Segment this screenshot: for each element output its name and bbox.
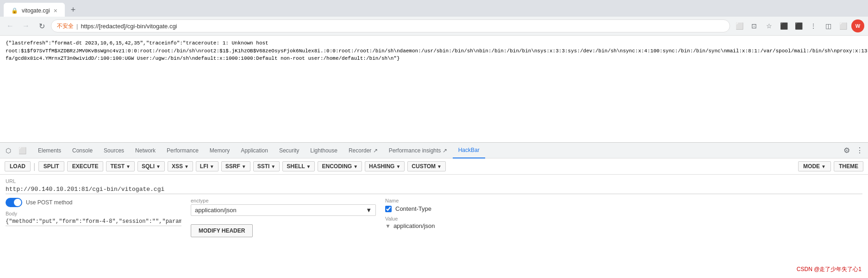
encoding-arrow-icon: ▼ <box>353 164 358 169</box>
header-name-label: Name <box>385 198 862 203</box>
ssti-dropdown[interactable]: SSTI ▼ <box>253 161 280 171</box>
lfi-arrow-icon: ▼ <box>210 164 214 169</box>
security-warning: 不安全 <box>57 22 74 30</box>
refresh-button[interactable]: ↻ <box>35 19 48 32</box>
ssrf-arrow-icon: ▼ <box>242 164 246 169</box>
url-label: URL <box>6 178 862 184</box>
xss-dropdown[interactable]: XSS ▼ <box>168 161 193 171</box>
left-column: Use POST method Body <box>6 198 181 226</box>
sqli-dropdown[interactable]: SQLI ▼ <box>137 161 165 171</box>
shell-arrow-icon: ▼ <box>306 164 311 169</box>
header-name-row: Content-Type <box>385 205 862 212</box>
header-value-dropdown-icon: ▼ <box>385 223 391 229</box>
address-url: https://[redacted]/cgi-bin/vitogate.cgi <box>81 23 724 30</box>
enctype-label: enctype <box>191 198 376 203</box>
body-label: Body <box>6 211 181 216</box>
mode-dropdown[interactable]: MODE ▼ <box>798 161 831 171</box>
address-bar[interactable]: 不安全 | https://[redacted]/cgi-bin/vitogat… <box>51 19 730 32</box>
tab-close-icon[interactable]: × <box>54 7 57 14</box>
test-dropdown[interactable]: TEST ▼ <box>106 161 135 171</box>
bookmark-button[interactable]: ☆ <box>762 19 775 32</box>
tab-recorder[interactable]: Recorder ↗ <box>343 143 383 158</box>
header-value-section: Value ▼ application/json <box>385 216 862 229</box>
devtools-tabs-bar: ⬡ ⬜ Elements Console Sources Network Per… <box>0 143 868 158</box>
custom-arrow-icon: ▼ <box>437 164 442 169</box>
tab-sources[interactable]: Sources <box>98 143 130 158</box>
lfi-dropdown[interactable]: LFI ▼ <box>196 161 219 171</box>
url-section: URL <box>6 178 862 194</box>
browser-chrome: 🔒 vitogate.cgi × + ← → ↻ 不安全 | https://[… <box>0 0 868 36</box>
encoding-dropdown[interactable]: ENCODING ▼ <box>318 161 362 171</box>
test-arrow-icon: ▼ <box>126 164 131 169</box>
mode-arrow-icon: ▼ <box>821 164 826 169</box>
tab-hackbar[interactable]: HackBar <box>453 143 485 158</box>
tab-lighthouse[interactable]: Lighthouse <box>305 143 343 158</box>
custom-dropdown[interactable]: CUSTOM ▼ <box>407 161 446 171</box>
back-button[interactable]: ← <box>4 19 17 32</box>
forward-button[interactable]: → <box>19 19 32 32</box>
middle-column: enctype application/json ▼ MODIFY HEADER <box>191 198 376 237</box>
devtools-panel: ⬡ ⬜ Elements Console Sources Network Per… <box>0 142 868 241</box>
tab-security[interactable]: Security <box>274 143 305 158</box>
new-tab-button[interactable]: + <box>67 3 80 16</box>
header-value-text: application/json <box>393 222 435 229</box>
page-content: {"lastrefresh":"format-dt 2023,10,6,15,4… <box>0 36 868 142</box>
tab-performance[interactable]: Performance <box>161 143 204 158</box>
post-method-toggle[interactable] <box>6 198 22 207</box>
modify-header-button[interactable]: MODIFY HEADER <box>191 224 253 237</box>
hashing-arrow-icon: ▼ <box>396 164 400 169</box>
sidebar-button[interactable]: ◫ <box>822 19 835 32</box>
devtools-icons: ⬡ ⬜ <box>2 144 29 157</box>
split-button[interactable]: SPLIT <box>38 161 64 171</box>
header-name-value: Content-Type <box>395 205 431 212</box>
sqli-arrow-icon: ▼ <box>156 164 161 169</box>
tab-elements[interactable]: Elements <box>32 143 67 158</box>
page-response-text: {"lastrefresh":"format-dt 2023,10,6,15,4… <box>6 40 868 61</box>
active-tab[interactable]: 🔒 vitogate.cgi × <box>4 3 65 17</box>
ssrf-dropdown[interactable]: SSRF ▼ <box>221 161 250 171</box>
body-input[interactable] <box>6 217 181 226</box>
tab-network[interactable]: Network <box>130 143 161 158</box>
devtools-settings-icon[interactable]: ⚙ <box>840 144 853 157</box>
enctype-arrow-icon: ▼ <box>366 207 372 214</box>
enctype-select[interactable]: application/json ▼ <box>191 204 376 216</box>
hashing-dropdown[interactable]: HASHING ▼ <box>365 161 405 171</box>
tab-bar: 🔒 vitogate.cgi × + <box>0 0 868 17</box>
menu-icon[interactable]: ⋮ <box>807 19 820 32</box>
execute-button[interactable]: EXECUTE <box>67 161 104 171</box>
body-section: Body <box>6 211 181 226</box>
extension-button[interactable]: ⬛ <box>777 19 790 32</box>
header-value-label: Value <box>385 216 862 221</box>
ssti-arrow-icon: ▼ <box>271 164 275 169</box>
screenshot-button[interactable]: ⬜ <box>733 19 746 32</box>
extension2-button[interactable]: ⬛ <box>792 19 805 32</box>
url-input[interactable] <box>6 185 862 194</box>
cast-button[interactable]: ⊡ <box>748 19 761 32</box>
nav-bar: ← → ↻ 不安全 | https://[redacted]/cgi-bin/v… <box>0 17 868 35</box>
devtools-more-icon[interactable]: ⋮ <box>853 144 866 157</box>
device-toggle-icon[interactable]: ⬜ <box>16 144 29 157</box>
toggle-knob <box>14 199 21 206</box>
profile-button[interactable]: W <box>851 19 864 32</box>
right-column: Name Content-Type Value ▼ application/js… <box>385 198 862 229</box>
enctype-value: application/json <box>195 207 237 214</box>
tab-application[interactable]: Application <box>235 143 274 158</box>
post-method-row: Use POST method <box>6 198 181 207</box>
enctype-section: enctype application/json ▼ <box>191 198 376 216</box>
window-button[interactable]: ⬜ <box>837 19 849 32</box>
inspect-element-icon[interactable]: ⬡ <box>2 144 15 157</box>
theme-button[interactable]: THEME <box>834 161 863 171</box>
separator1: | <box>33 162 36 171</box>
post-method-label: Use POST method <box>26 199 73 206</box>
tab-memory[interactable]: Memory <box>204 143 235 158</box>
shell-dropdown[interactable]: SHELL ▼ <box>282 161 315 171</box>
load-button[interactable]: LOAD <box>5 161 31 171</box>
hackbar-body: URL Use POST method Body <box>0 175 868 241</box>
content-type-checkbox[interactable] <box>385 206 392 212</box>
xss-arrow-icon: ▼ <box>184 164 189 169</box>
hackbar-toolbar: LOAD | SPLIT EXECUTE TEST ▼ SQLI ▼ XSS ▼… <box>0 158 868 175</box>
tab-performance-insights[interactable]: Performance insights ↗ <box>383 143 453 158</box>
browser-actions: ⬜ ⊡ ☆ ⬛ ⬛ ⋮ ◫ ⬜ W <box>733 19 864 32</box>
tab-console[interactable]: Console <box>67 143 98 158</box>
header-value-row: ▼ application/json <box>385 222 862 229</box>
